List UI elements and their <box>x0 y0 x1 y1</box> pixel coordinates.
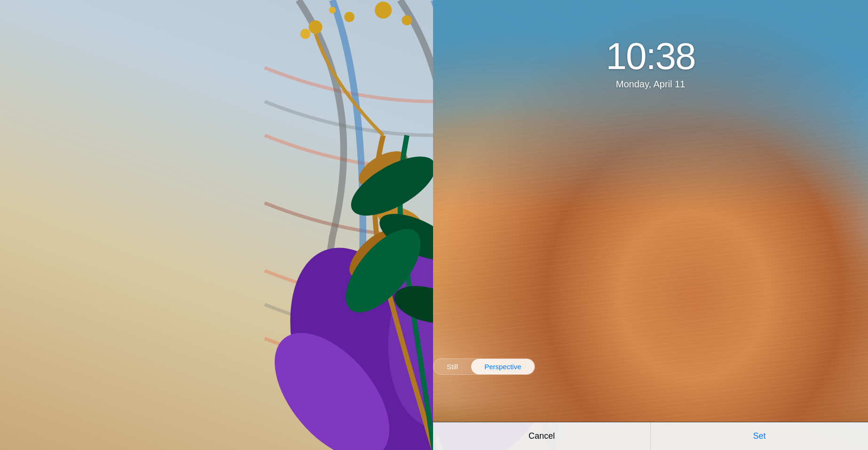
wallpaper-item-9[interactable] <box>360 232 430 326</box>
preview-container: Wallpaper Preview 10:38 Monday, April 11… <box>433 0 868 450</box>
wp9-leaves <box>360 232 430 326</box>
set-button[interactable]: Set <box>650 422 868 450</box>
panel-wallpaper-grid: No SIM ▲ 📶 10:38 ➤ 🔗 28% ▮ ‹ Choose Wall… <box>209 0 433 450</box>
panel-wallpaper-preview: Wallpaper Preview 10:38 Monday, April 11… <box>433 0 868 450</box>
preview-actions: Cancel Set <box>433 422 868 450</box>
still-toggle-btn[interactable]: Still <box>434 359 471 374</box>
preview-screen: 10:38 Monday, April 11 Still Perspective <box>433 0 868 422</box>
wallpaper-grid <box>210 35 433 329</box>
cancel-button[interactable]: Cancel <box>433 422 650 450</box>
perspective-toggle: Still Perspective <box>433 358 535 375</box>
preview-clock: 10:38 <box>606 38 695 75</box>
perspective-toggle-btn[interactable]: Perspective <box>471 359 534 374</box>
preview-date: Monday, April 11 <box>616 79 686 90</box>
